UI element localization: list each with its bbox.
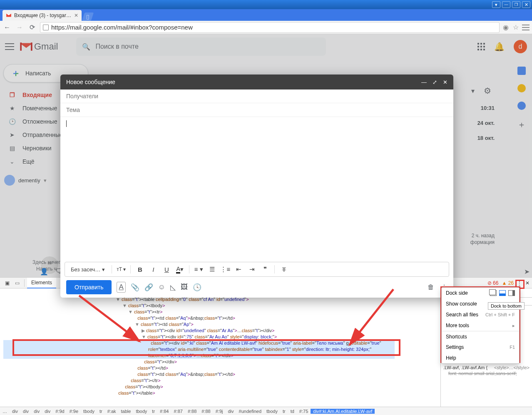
keep-icon[interactable]	[517, 84, 526, 92]
os-maximize-button[interactable]	[512, 1, 520, 8]
font-size-icon[interactable]: тT ▾	[115, 263, 127, 275]
expand-icon[interactable]: ⤢	[433, 79, 437, 85]
dom-node[interactable]: class="t"></tr>	[3, 378, 395, 384]
breadcrumb-item[interactable]: #:88	[185, 409, 199, 414]
breadcrumb-item[interactable]: tr	[97, 409, 105, 414]
breadcrumb-item-active[interactable]: div#:ki.Am.Al.editable.LW-avf	[311, 409, 375, 414]
recipients-field[interactable]: Получатели	[60, 89, 453, 103]
dock-menu-item[interactable]: Help	[442, 353, 519, 363]
refresh-dropdown-icon[interactable]: ▾	[471, 87, 475, 95]
dom-node[interactable]: ▼ class="t"><tr>	[3, 309, 395, 315]
address-bar[interactable]: https://mail.google.com/mail/#inbox?comp…	[40, 22, 500, 33]
dock-menu-item[interactable]: Search all filesCtrl + Shift + F	[442, 309, 519, 320]
dom-node[interactable]: ▶ class="t"><div id="undefined" class="A…	[3, 328, 395, 334]
search-input[interactable]: 🔍 Поиск в почте	[76, 37, 326, 56]
calendar-icon[interactable]	[517, 67, 526, 75]
person-icon[interactable]: 👤	[40, 268, 48, 276]
dock-menu-item[interactable]: More tools▸	[442, 320, 519, 331]
attach-icon[interactable]: 📎	[131, 283, 139, 292]
dom-node[interactable]: class="t"><div id=":ki" class="Am Al edi…	[3, 340, 395, 359]
side-panel-toggle-icon[interactable]: ➤	[524, 268, 530, 276]
image-icon[interactable]: 🖼	[181, 283, 188, 291]
breadcrumb-item[interactable]: div	[42, 409, 53, 414]
dom-node[interactable]: class="t"><td class="Aq">&nbsp;class="t"…	[3, 315, 395, 321]
breadcrumb-item[interactable]: tbody	[81, 409, 97, 414]
compose-header[interactable]: Новое сообщение — ⤢ ✕	[60, 75, 453, 89]
devtools-close-icon[interactable]: ✕	[525, 280, 530, 286]
breadcrumb-item[interactable]: #:9e	[67, 409, 81, 414]
bold-icon[interactable]: B	[134, 263, 146, 275]
gmail-logo[interactable]: Gmail	[20, 41, 58, 52]
back-button[interactable]: ←	[2, 23, 12, 32]
dom-tree[interactable]: ▶ class="t"><div class="eJ">…class="t"><…	[0, 288, 440, 407]
settings-gear-icon[interactable]: ⚙	[484, 86, 491, 96]
dock-undock-icon[interactable]	[490, 290, 497, 296]
dom-node[interactable]: class="t"></div>	[3, 359, 395, 365]
emoji-icon[interactable]: ☺	[158, 283, 165, 291]
align-icon[interactable]: ≡ ▾	[193, 263, 204, 275]
breadcrumb-item[interactable]: tr	[280, 409, 288, 414]
discard-icon[interactable]: 🗑	[428, 283, 434, 291]
devtools-tab-elements[interactable]: Elements	[27, 278, 56, 288]
close-icon[interactable]: ✕	[443, 79, 447, 85]
breadcrumb-item[interactable]: #:75	[297, 409, 311, 414]
underline-icon[interactable]: U	[161, 263, 172, 275]
numbered-list-icon[interactable]: ☰	[206, 263, 218, 275]
os-close-button[interactable]	[522, 1, 530, 8]
breadcrumb-item[interactable]: table	[119, 409, 134, 414]
tasks-icon[interactable]	[517, 102, 526, 110]
dock-menu-item[interactable]: SettingsF1	[442, 342, 519, 353]
text-color-icon[interactable]: A ▾	[174, 263, 186, 275]
breadcrumb-item[interactable]: div	[10, 409, 20, 414]
italic-icon[interactable]: I	[147, 263, 159, 275]
tab-close-icon[interactable]: ✕	[74, 12, 78, 18]
font-family-select[interactable]: Без засеч… ▾	[67, 266, 108, 273]
account-avatar[interactable]: d	[514, 40, 527, 53]
dock-menu-item[interactable]: Shortcuts	[442, 331, 519, 342]
incognito-eye-icon[interactable]: ◉	[503, 23, 509, 31]
reload-button[interactable]: ⟳	[27, 23, 37, 32]
dom-node[interactable]: class="t"></td>	[3, 365, 395, 371]
subject-field[interactable]: Тема	[60, 103, 453, 117]
breadcrumb-item[interactable]: tbody	[264, 409, 280, 414]
confidential-icon[interactable]: 🕓	[193, 283, 201, 292]
breadcrumb-item[interactable]: #:87	[171, 409, 185, 414]
dom-node[interactable]: class="t"></tbody>	[3, 384, 395, 390]
bulleted-list-icon[interactable]: ⋮≡	[219, 263, 231, 275]
dom-node[interactable]: class="t"></table>	[3, 390, 395, 396]
link-icon[interactable]: 🔗	[144, 283, 153, 292]
dom-node[interactable]: ▼ class="t"><tbody>	[3, 303, 395, 309]
breadcrumb-item[interactable]: #:88	[199, 409, 213, 414]
breadcrumb-bar[interactable]: …divdivdivdiv#:9d#:9etbodytr#:aktabletbo…	[0, 407, 532, 415]
browser-tab[interactable]: Входящие (3) - toysgarden ✕	[2, 10, 82, 21]
dom-node[interactable]: class="t"><td class="Aq">&nbsp;class="t"…	[3, 371, 395, 378]
main-menu-icon[interactable]	[5, 43, 14, 50]
new-tab-button[interactable]: ▯	[82, 12, 94, 21]
quote-icon[interactable]: ❞	[259, 263, 271, 275]
indent-more-icon[interactable]: ⇥	[246, 263, 258, 275]
dom-node[interactable]: ▼ class="t"><td class="Ap">	[3, 321, 395, 328]
browser-menu-icon[interactable]	[522, 25, 530, 30]
breadcrumb-item[interactable]: #undefined	[236, 409, 264, 414]
dom-node[interactable]: ▼ class="t"><div id=":75" class="Ar Au A…	[3, 334, 395, 340]
drive-icon[interactable]: ◺	[170, 283, 176, 292]
breadcrumb-item[interactable]: #:9d	[53, 409, 67, 414]
device-icon[interactable]: ▭	[12, 280, 22, 286]
os-minimize-button[interactable]	[502, 1, 510, 8]
indent-less-icon[interactable]: ⇤	[233, 263, 244, 275]
send-button[interactable]: Отправить	[66, 280, 112, 294]
dock-bottom-icon[interactable]	[499, 290, 506, 296]
breadcrumb-item[interactable]: …	[0, 409, 10, 414]
notifications-icon[interactable]: 🔔	[494, 42, 505, 52]
add-addon-icon[interactable]: ＋	[517, 119, 526, 130]
breadcrumb-item[interactable]: div	[226, 409, 236, 414]
bookmark-star-icon[interactable]: ☆	[513, 23, 519, 31]
breadcrumb-item[interactable]: #:9j	[213, 409, 226, 414]
remove-format-icon[interactable]: T	[278, 263, 290, 275]
inspect-icon[interactable]: ▣	[2, 280, 12, 286]
breadcrumb-item[interactable]: #:84	[157, 409, 171, 414]
compose-body[interactable]	[60, 117, 453, 262]
apps-grid-icon[interactable]	[477, 43, 485, 50]
error-count[interactable]: ⊘ 66	[487, 280, 499, 286]
formatting-toggle-icon[interactable]: A	[117, 282, 125, 293]
